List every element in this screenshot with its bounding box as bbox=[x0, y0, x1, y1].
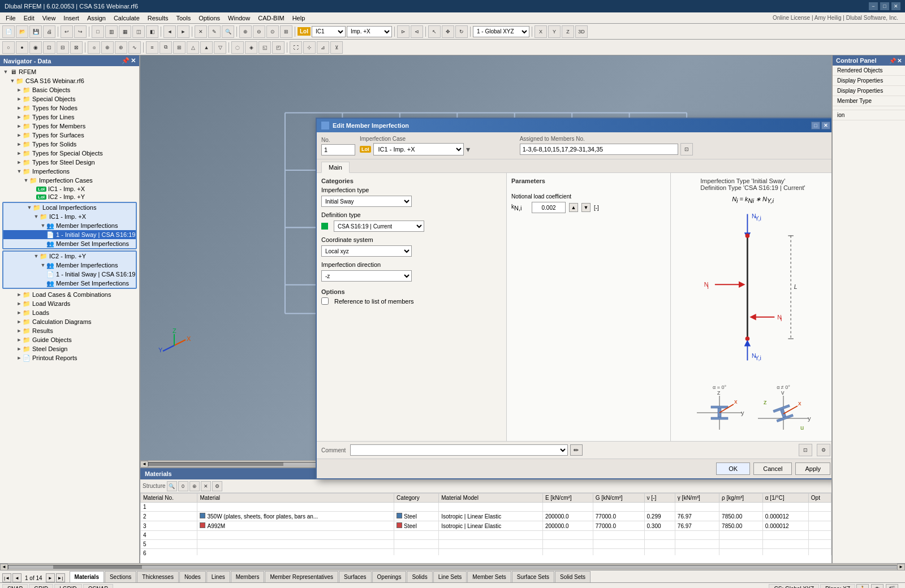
tab-member-rep[interactable]: Member Representatives bbox=[265, 571, 338, 582]
tb2-b17[interactable]: ◌ bbox=[231, 41, 244, 54]
tb-view1[interactable]: X bbox=[535, 25, 547, 38]
tb-move[interactable]: ✥ bbox=[442, 25, 454, 38]
cp-close-btn[interactable]: ✕ bbox=[897, 58, 902, 64]
tree-local-ic1[interactable]: ▼ 📁 IC1 - Imp. +X bbox=[3, 212, 136, 221]
tab-member-sets[interactable]: Member Sets bbox=[467, 571, 511, 582]
tree-steel-design[interactable]: ► 📁 Steel Design bbox=[0, 344, 139, 353]
tree-initial-sway-2[interactable]: 📄 1 - Initial Sway | CSA S16:19 bbox=[3, 270, 136, 279]
tree-rfem[interactable]: ▼ 🖥 RFEM bbox=[0, 67, 139, 76]
tree-local-imp[interactable]: ▼ 📁 Local Imperfections bbox=[3, 203, 136, 212]
maximize-btn[interactable]: □ bbox=[880, 2, 889, 10]
tb2-b2[interactable]: ● bbox=[16, 41, 28, 54]
tb2-b9[interactable]: ⊛ bbox=[115, 41, 127, 54]
dialog-close-btn[interactable]: ✕ bbox=[821, 122, 830, 129]
cp-pin-btn[interactable]: 📌 bbox=[889, 58, 896, 64]
status-lgrid[interactable]: LGRID bbox=[54, 584, 82, 588]
mat-row-6[interactable]: 6 bbox=[141, 549, 831, 556]
main-scroll-track[interactable] bbox=[8, 565, 897, 569]
tree-calc-diagrams[interactable]: ► 📁 Calculation Diagrams bbox=[0, 317, 139, 326]
menu-edit[interactable]: Edit bbox=[20, 14, 38, 23]
tree-local-ic2[interactable]: ▼ 📁 IC2 - Imp. +Y bbox=[3, 252, 136, 261]
tb2-b14[interactable]: △ bbox=[187, 41, 199, 54]
tree-memberset-imp1[interactable]: 👥 Member Set Imperfections bbox=[3, 239, 136, 248]
tree-guide-objects[interactable]: ► 📁 Guide Objects bbox=[0, 335, 139, 344]
tb-edit[interactable]: ✎ bbox=[208, 25, 221, 38]
tb-new[interactable]: 📄 bbox=[2, 25, 15, 38]
page-next-btn[interactable]: ► bbox=[46, 573, 55, 582]
tb2-b12[interactable]: ⧉ bbox=[160, 41, 172, 54]
close-btn[interactable]: ✕ bbox=[891, 2, 900, 10]
tb-b4[interactable]: ◫ bbox=[132, 25, 145, 38]
assigned-picker-btn[interactable]: ⊡ bbox=[680, 143, 693, 155]
cp-member-type[interactable]: Member Type bbox=[833, 96, 905, 106]
assigned-input[interactable] bbox=[520, 144, 678, 155]
tree-types-steel[interactable]: ► 📁 Types for Steel Design bbox=[0, 158, 139, 167]
menu-assign[interactable]: Assign bbox=[84, 14, 109, 23]
tb-fit[interactable]: ⊞ bbox=[280, 25, 292, 38]
page-first-btn[interactable]: |◄ bbox=[2, 573, 11, 582]
status-osnap[interactable]: OSNAP bbox=[83, 584, 113, 588]
imp-case-dropdown-btn[interactable]: ▾ bbox=[466, 145, 470, 154]
comment-icon2[interactable]: ⚙ bbox=[817, 444, 830, 456]
ref-members-checkbox[interactable] bbox=[321, 297, 329, 305]
coord-select[interactable]: 1 - Global XYZ bbox=[473, 26, 529, 37]
imp-select[interactable]: Imp. +X bbox=[347, 26, 392, 37]
menu-tools[interactable]: Tools bbox=[173, 14, 194, 23]
tree-types-solids[interactable]: ► 📁 Types for Solids bbox=[0, 140, 139, 149]
tree-load-cases[interactable]: ► 📁 Load Cases & Combinations bbox=[0, 290, 139, 299]
tb2-b24[interactable]: ⊻ bbox=[330, 41, 343, 54]
tab-surface-sets[interactable]: Surface Sets bbox=[512, 571, 554, 582]
comment-edit-btn[interactable]: ✏ bbox=[570, 444, 583, 456]
tb2-b10[interactable]: ∿ bbox=[128, 41, 141, 54]
tree-printout[interactable]: ► 📄 Printout Reports bbox=[0, 353, 139, 362]
apply-btn[interactable]: Apply bbox=[795, 462, 830, 475]
tb-b5[interactable]: ◧ bbox=[146, 25, 158, 38]
tb-zoom3[interactable]: ⊙ bbox=[266, 25, 279, 38]
mat-tb-2[interactable]: 0 bbox=[178, 481, 188, 491]
cp-ion[interactable]: ion bbox=[833, 110, 905, 120]
tb-open[interactable]: 📂 bbox=[16, 25, 28, 38]
tb-view2[interactable]: Y bbox=[548, 25, 561, 38]
tab-materials[interactable]: Materials bbox=[70, 571, 104, 582]
tb-arrow-left[interactable]: ◄ bbox=[163, 25, 176, 38]
no-input[interactable] bbox=[321, 144, 355, 155]
tb2-b5[interactable]: ⊟ bbox=[57, 41, 69, 54]
tb-zoom1[interactable]: ⊕ bbox=[239, 25, 252, 38]
tab-sections[interactable]: Sections bbox=[105, 571, 136, 582]
tb-b2[interactable]: ▥ bbox=[105, 25, 118, 38]
menu-file[interactable]: File bbox=[2, 14, 19, 23]
mat-row-3[interactable]: 3 A992M Steel Isotropic | Linear Elastic… bbox=[141, 521, 831, 531]
scrollbar-thumb[interactable] bbox=[149, 462, 283, 466]
status-icon3[interactable]: 🎬 bbox=[886, 584, 898, 589]
menu-options[interactable]: Options bbox=[195, 14, 223, 23]
tb-r1[interactable]: ⊳ bbox=[397, 25, 410, 38]
tb-cursor[interactable]: ↖ bbox=[428, 25, 441, 38]
tb2-b6[interactable]: ⊠ bbox=[70, 41, 83, 54]
main-h-scrollbar[interactable]: ◄ ► bbox=[0, 563, 905, 570]
scroll-left-btn[interactable]: ◄ bbox=[140, 461, 148, 468]
mat-row-2[interactable]: 2 350W (plates, sheets, floor plates, ba… bbox=[141, 512, 831, 521]
tree-load-wizards[interactable]: ► 📁 Load Wizards bbox=[0, 299, 139, 308]
tb2-b21[interactable]: ⛶ bbox=[290, 41, 302, 54]
tb2-b19[interactable]: ◱ bbox=[258, 41, 271, 54]
tb-zoom2[interactable]: ⊖ bbox=[253, 25, 265, 38]
mat-tb-1[interactable]: 🔍 bbox=[167, 481, 177, 491]
dialog-maximize-btn[interactable]: □ bbox=[811, 122, 820, 129]
tb-x1[interactable]: ✕ bbox=[195, 25, 207, 38]
tb2-b11[interactable]: ≡ bbox=[146, 41, 158, 54]
mat-row-4[interactable]: 4 bbox=[141, 531, 831, 540]
tb2-b3[interactable]: ◉ bbox=[29, 41, 42, 54]
main-scroll-right[interactable]: ► bbox=[897, 564, 905, 570]
menu-calculate[interactable]: Calculate bbox=[110, 14, 143, 23]
page-prev-btn[interactable]: ◄ bbox=[12, 573, 21, 582]
tb-save2[interactable]: 🖨 bbox=[43, 25, 55, 38]
tab-surfaces[interactable]: Surfaces bbox=[339, 571, 371, 582]
imp-dir-select[interactable]: -z bbox=[321, 270, 412, 282]
tb2-b13[interactable]: ⊞ bbox=[173, 41, 186, 54]
tab-openings[interactable]: Openings bbox=[372, 571, 407, 582]
page-last-btn[interactable]: ►| bbox=[56, 573, 65, 582]
tree-special-objects[interactable]: ► 📁 Special Objects bbox=[0, 94, 139, 103]
tree-types-nodes[interactable]: ► 📁 Types for Nodes bbox=[0, 103, 139, 113]
menu-insert[interactable]: Insert bbox=[60, 14, 83, 23]
minimize-btn[interactable]: − bbox=[869, 2, 878, 10]
